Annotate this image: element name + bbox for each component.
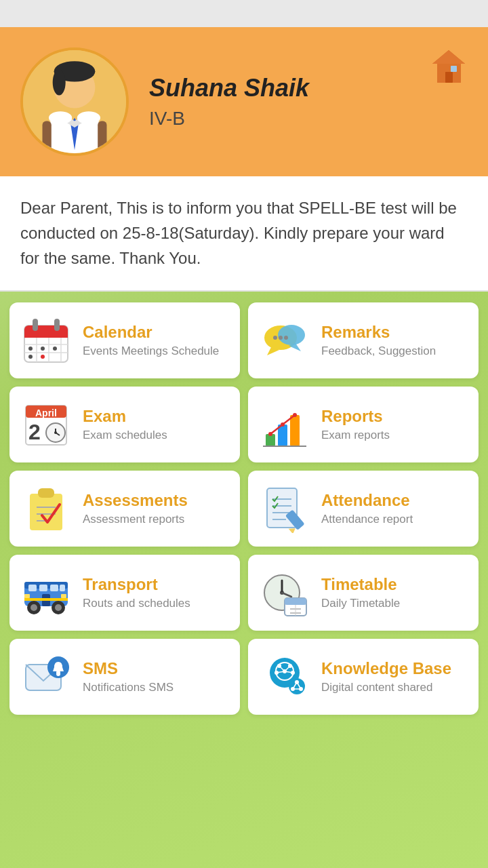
remarks-icon: [258, 313, 312, 368]
reports-icon: [258, 397, 312, 452]
remarks-text: Remarks Feedback, Suggestion: [321, 323, 436, 358]
svg-point-27: [28, 347, 33, 351]
svg-rect-16: [451, 66, 457, 72]
svg-marker-14: [432, 50, 465, 64]
remarks-item[interactable]: Remarks Feedback, Suggestion: [248, 302, 479, 378]
svg-rect-68: [28, 585, 37, 591]
reports-text: Reports Exam reports: [321, 407, 390, 442]
knowledge-item[interactable]: Knowledge Base Digital content shared: [248, 639, 479, 715]
svg-point-38: [284, 336, 288, 340]
assessments-icon: [19, 481, 73, 536]
svg-point-101: [274, 671, 279, 675]
svg-point-102: [291, 671, 295, 675]
svg-rect-69: [39, 585, 47, 591]
svg-point-52: [281, 422, 285, 427]
svg-rect-78: [61, 594, 66, 598]
exam-item[interactable]: April 2 Exam Exam schedules: [9, 387, 240, 462]
svg-point-74: [30, 604, 37, 611]
assessments-text: Assessments Assessment reports: [83, 491, 188, 526]
attendance-text: Attendance Attendance report: [321, 491, 413, 526]
svg-point-37: [279, 336, 283, 340]
exam-icon: April 2: [19, 397, 73, 452]
calendar-text: Calendar Events Meetings Schedule: [83, 323, 219, 358]
svg-text:April: April: [35, 408, 57, 418]
transport-item[interactable]: Transport Routs and schedules: [9, 555, 240, 631]
status-bar: [0, 0, 488, 27]
timetable-icon: [258, 566, 312, 620]
exam-text: Exam Exam schedules: [83, 407, 167, 442]
svg-rect-49: [290, 415, 300, 446]
svg-point-92: [56, 672, 60, 676]
svg-point-31: [41, 355, 45, 359]
svg-point-99: [277, 664, 281, 668]
notice-card: Dear Parent, This is to inform you that …: [0, 176, 488, 292]
svg-text:2: 2: [28, 420, 41, 444]
avatar: [20, 47, 129, 156]
svg-point-3: [53, 70, 66, 96]
user-name: Suhana Shaik: [149, 74, 309, 102]
svg-rect-55: [38, 488, 54, 498]
sms-item[interactable]: SMS Notifications SMS: [9, 639, 240, 715]
timetable-item[interactable]: Timetable Daily Timetable: [248, 555, 479, 631]
svg-rect-70: [50, 585, 58, 591]
attendance-item[interactable]: Attendance Attendance report: [248, 471, 479, 547]
transport-text: Transport Routs and schedules: [83, 575, 190, 610]
timetable-text: Timetable Daily Timetable: [321, 575, 400, 610]
menu-grid: Calendar Events Meetings Schedule Remark…: [0, 292, 488, 726]
svg-rect-71: [60, 585, 65, 591]
calendar-item[interactable]: Calendar Events Meetings Schedule: [9, 302, 240, 378]
calendar-icon: [19, 313, 73, 368]
header: Suhana Shaik IV-B: [0, 27, 488, 176]
sms-icon: [19, 650, 73, 704]
svg-point-103: [283, 669, 287, 673]
svg-point-28: [41, 347, 45, 351]
svg-rect-77: [24, 598, 68, 601]
sms-text: SMS Notifications SMS: [83, 659, 174, 694]
knowledge-text: Knowledge Base Digital content shared: [321, 659, 451, 694]
svg-rect-85: [285, 598, 306, 605]
svg-point-46: [54, 431, 57, 434]
attendance-icon: [258, 481, 312, 536]
svg-point-29: [53, 347, 57, 351]
svg-point-34: [278, 325, 305, 345]
reports-item[interactable]: Reports Exam reports: [248, 387, 479, 462]
svg-rect-54: [30, 494, 62, 530]
knowledge-icon: [258, 650, 312, 704]
home-button[interactable]: [430, 47, 468, 87]
svg-point-36: [273, 336, 277, 340]
svg-rect-15: [445, 72, 453, 83]
svg-rect-19: [24, 333, 68, 338]
svg-rect-7: [43, 121, 52, 154]
notice-text: Dear Parent, This is to inform you that …: [20, 195, 468, 271]
svg-point-100: [288, 664, 292, 668]
assessments-item[interactable]: Assessments Assessment reports: [9, 471, 240, 547]
svg-point-10: [77, 111, 100, 124]
svg-point-53: [293, 413, 297, 417]
svg-rect-20: [33, 319, 38, 331]
svg-rect-79: [24, 594, 30, 598]
transport-icon: [19, 566, 73, 620]
svg-point-9: [49, 111, 72, 124]
svg-point-76: [55, 604, 62, 611]
user-class: IV-B: [149, 108, 309, 130]
svg-rect-21: [54, 319, 60, 331]
svg-point-51: [268, 432, 272, 436]
svg-point-30: [28, 355, 33, 359]
svg-rect-8: [98, 121, 106, 154]
user-info: Suhana Shaik IV-B: [149, 74, 309, 130]
